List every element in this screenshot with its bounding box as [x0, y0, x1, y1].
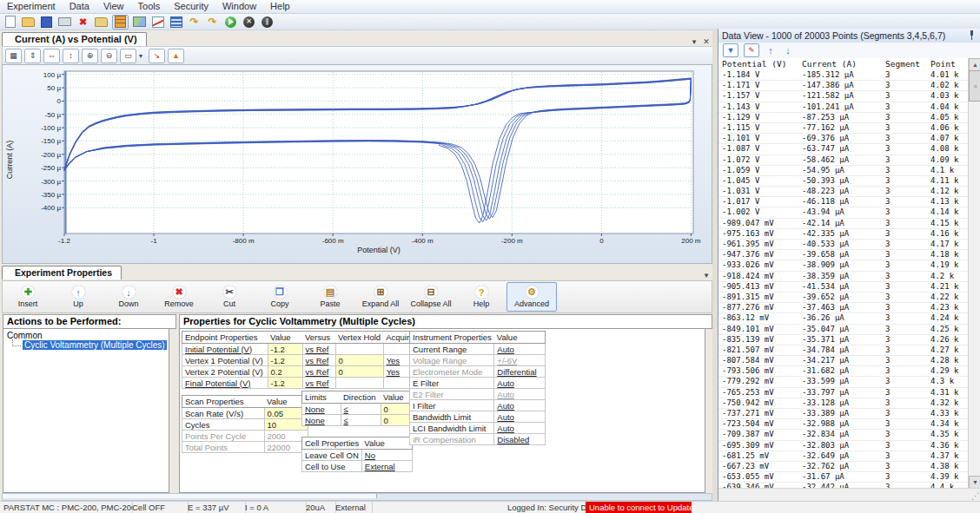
table-row[interactable]: -863.12 mV-36.26 µA34.24 k: [718, 313, 969, 324]
paste-button[interactable]: ▤Paste: [305, 282, 355, 312]
table-row[interactable]: -947.376 mV-39.658 µA34.18 k: [718, 250, 969, 260]
property-link[interactable]: Final Potential (V): [182, 378, 268, 389]
rearm-icon[interactable]: ↷: [187, 16, 202, 29]
property-link[interactable]: ≤: [341, 415, 381, 426]
zoom-out-icon[interactable]: ⊖: [101, 49, 117, 63]
tree-item-label[interactable]: Cyclic Voltammetry (Multiple Cycles): [23, 340, 167, 350]
property-link[interactable]: vs Ref: [302, 355, 335, 366]
property-value-cell[interactable]: 0.2: [268, 366, 302, 378]
table-row[interactable]: -1.072 V-58.462 µA34.09 k: [718, 155, 969, 166]
table-row[interactable]: -989.047 mV-42.14 µA34.15 k: [718, 219, 969, 229]
property-link[interactable]: Auto: [494, 344, 546, 355]
property-value-cell[interactable]: -1.2: [268, 344, 302, 355]
property-link[interactable]: Differential: [494, 366, 546, 378]
menu-help[interactable]: Help: [263, 0, 297, 13]
scroll-down-icon[interactable]: ▼: [969, 476, 980, 489]
table-row[interactable]: -737.271 mV-33.389 µA34.33 k: [718, 409, 969, 419]
properties-icon[interactable]: [112, 15, 129, 30]
overlay-icon[interactable]: [132, 16, 147, 29]
table-row[interactable]: -750.942 mV-33.128 µA34.32 k: [718, 398, 969, 409]
table-row[interactable]: -1.031 V-48.223 µA34.12 k: [718, 187, 969, 197]
experiment-pane-menu-icon[interactable]: ▾: [700, 271, 712, 280]
filter-icon[interactable]: ▼: [723, 43, 738, 57]
table-row[interactable]: -807.584 mV-34.217 µA34.28 k: [718, 356, 969, 366]
chart-pane-close-icon[interactable]: ✕: [700, 37, 712, 46]
table-row[interactable]: -877.276 mV-37.463 µA34.23 k: [718, 303, 969, 313]
scroll-up-icon[interactable]: ▲: [969, 58, 980, 71]
remove-button[interactable]: ✖Remove: [154, 282, 204, 312]
menu-window[interactable]: Window: [215, 0, 263, 13]
table-row[interactable]: -779.292 mV-33.599 µA34.3 k: [718, 377, 969, 387]
property-link[interactable]: Auto: [494, 423, 546, 434]
table-row[interactable]: -835.139 mV-35.371 µA34.26 k: [718, 335, 969, 345]
print-icon[interactable]: [57, 16, 72, 29]
property-link[interactable]: vs Ref: [302, 344, 335, 355]
zoom-in-icon[interactable]: ⊕: [82, 49, 98, 63]
move-down-icon[interactable]: ↓: [782, 45, 794, 56]
move-up-icon[interactable]: ↑: [765, 45, 777, 56]
table-row[interactable]: -933.026 mV-38.909 µA34.19 k: [718, 260, 969, 271]
table-row[interactable]: -905.413 mV-41.534 µA34.21 k: [718, 282, 969, 293]
table-row[interactable]: -918.424 mV-38.359 µA34.2 k: [718, 272, 969, 282]
property-link[interactable]: Auto: [494, 400, 546, 411]
property-link[interactable]: No: [361, 450, 413, 461]
table-row[interactable]: -1.017 V-46.118 µA34.13 k: [718, 197, 969, 207]
property-link[interactable]: vs Ref: [302, 366, 335, 378]
table-row[interactable]: -723.504 mV-32.988 µA34.34 k: [718, 419, 969, 430]
tree-item-cyclic-voltammetry[interactable]: Cyclic Voltammetry (Multiple Cycles): [12, 340, 169, 350]
table-row[interactable]: -1.184 V-185.312 µA34.01 k: [718, 70, 969, 81]
table-row[interactable]: -975.163 mV-42.335 µA34.16 k: [718, 229, 969, 240]
menu-data[interactable]: Data: [63, 0, 96, 13]
tab-experiment-properties[interactable]: Experiment Properties: [2, 266, 122, 280]
property-link[interactable]: None: [302, 404, 341, 415]
property-link[interactable]: Auto: [494, 389, 546, 400]
zoom-region-icon[interactable]: ▭: [120, 49, 136, 63]
table-row[interactable]: -961.395 mV-40.533 µA34.17 k: [718, 240, 969, 250]
stop-icon[interactable]: ✕: [242, 16, 256, 29]
tab-current-vs-potential[interactable]: Current (A) vs Potential (V): [2, 32, 147, 46]
table-row[interactable]: -1.101 V-69.376 µA34.07 k: [718, 134, 969, 144]
expand-all-button[interactable]: ⊞Expand All: [355, 282, 406, 312]
column-header-current-a-[interactable]: Current (A): [802, 59, 857, 69]
repeat-icon[interactable]: ↷: [205, 16, 220, 29]
menu-experiment[interactable]: Experiment: [0, 0, 63, 13]
column-header-point[interactable]: Point: [930, 59, 956, 69]
zoom-region-menu-icon[interactable]: ▾: [139, 52, 146, 60]
table-row[interactable]: -1.157 V-121.582 µA34.03 k: [718, 91, 969, 102]
data-list-icon[interactable]: [169, 16, 183, 29]
table-row[interactable]: -667.23 mV-32.762 µA34.38 k: [718, 462, 969, 472]
table-row[interactable]: -681.25 mV-32.649 µA34.37 k: [718, 451, 969, 462]
table-row[interactable]: -1.087 V-63.747 µA34.08 k: [718, 144, 969, 155]
table-row[interactable]: -849.101 mV-35.047 µA34.25 k: [718, 325, 969, 335]
property-value-cell[interactable]: 0: [335, 366, 383, 378]
collapse-all-button[interactable]: ⊟Collapse All: [406, 282, 456, 312]
table-row[interactable]: -1.045 V-50.393 µA34.11 k: [718, 176, 969, 187]
column-header-potential-v-[interactable]: Potential (V): [722, 59, 786, 69]
menu-tools[interactable]: Tools: [131, 0, 168, 13]
table-row[interactable]: -1.129 V-87.253 µA34.05 k: [718, 113, 969, 123]
property-link[interactable]: Auto: [494, 378, 546, 389]
down-button[interactable]: ↓Down: [103, 282, 154, 312]
menu-security[interactable]: Security: [167, 0, 215, 13]
resize-grip-icon[interactable]: ⋰: [971, 491, 980, 501]
pause-icon[interactable]: ∥: [260, 16, 275, 29]
peak-find-icon[interactable]: ▲: [168, 49, 184, 63]
property-link[interactable]: Disabled: [494, 434, 546, 445]
property-link[interactable]: None: [302, 415, 341, 426]
axis-fit-icon[interactable]: ↕: [63, 49, 79, 63]
property-value-cell[interactable]: 0: [335, 355, 383, 366]
property-link[interactable]: +/-6V: [494, 355, 546, 366]
property-link[interactable]: Initial Potential (V): [182, 344, 268, 355]
line-fit-icon[interactable]: ↘: [149, 49, 165, 63]
table-row[interactable]: -821.507 mV-34.784 µA34.27 k: [718, 345, 969, 356]
axis-scale-y-icon[interactable]: ⇕: [24, 49, 41, 63]
horizontal-scrollbar[interactable]: [2, 493, 712, 501]
cut-button[interactable]: ✂Cut: [204, 282, 255, 312]
table-row[interactable]: -891.315 mV-39.652 µA34.22 k: [718, 293, 969, 303]
edit-points-icon[interactable]: ✎: [744, 43, 759, 57]
property-link[interactable]: External: [361, 461, 413, 472]
property-value-cell[interactable]: -1.2: [268, 378, 302, 389]
delete-icon[interactable]: ✖: [76, 16, 90, 29]
axis-scale-x-icon[interactable]: ⇔: [43, 49, 60, 63]
up-button[interactable]: ↑Up: [53, 282, 103, 312]
